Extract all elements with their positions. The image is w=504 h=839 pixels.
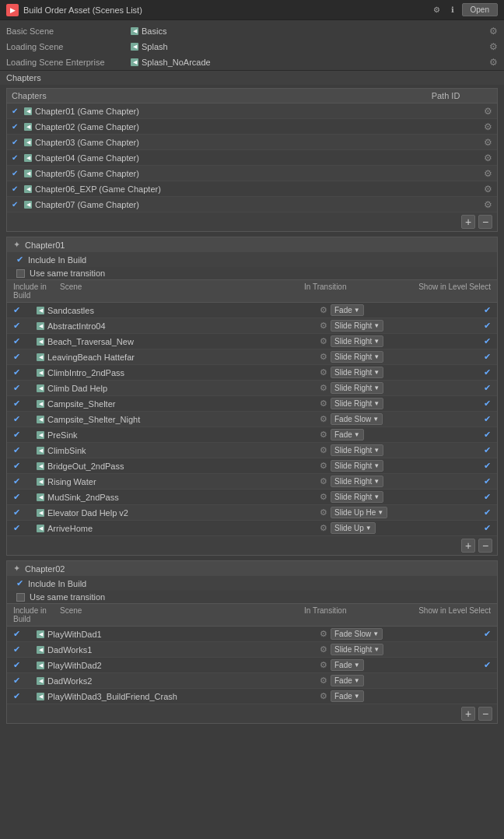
- transition-dropdown[interactable]: Slide Right ▼: [331, 491, 383, 503]
- basic-scene-gear[interactable]: ⚙: [489, 26, 498, 37]
- scene-row: ✔ ◀ArriveHome ⚙ Slide Up ▼ ✔: [7, 521, 497, 536]
- scene-name: ◀ClimbIntro_2ndPass: [37, 368, 320, 377]
- remove-chapter-button[interactable]: −: [478, 215, 492, 229]
- show-check: ✔: [484, 507, 491, 518]
- same-transition-checkbox[interactable]: [16, 269, 25, 278]
- transition-dropdown[interactable]: Slide Right ▼: [331, 335, 383, 347]
- transition-dropdown[interactable]: Fade ▼: [331, 304, 364, 316]
- transition-gear[interactable]: ⚙: [320, 629, 327, 639]
- transition-gear[interactable]: ⚙: [320, 523, 327, 533]
- chapter-gear[interactable]: ⚙: [484, 199, 492, 210]
- transition-gear[interactable]: ⚙: [320, 430, 327, 440]
- transition-dropdown[interactable]: Slide Right ▼: [331, 382, 383, 394]
- transition-dropdown[interactable]: Slide Right ▼: [331, 398, 383, 409]
- transition-gear[interactable]: ⚙: [320, 414, 327, 424]
- chapter-gear[interactable]: ⚙: [484, 106, 492, 117]
- scene-row: ✔ ◀Climb Dad Help ⚙ Slide Right ▼ ✔: [7, 381, 497, 396]
- transition-gear[interactable]: ⚙: [320, 507, 327, 518]
- transition-gear[interactable]: ⚙: [320, 398, 327, 409]
- transition-dropdown[interactable]: Slide Right ▼: [331, 444, 383, 456]
- same-transition-checkbox[interactable]: [16, 593, 25, 602]
- transition-dropdown[interactable]: Slide Right ▼: [331, 644, 383, 655]
- transition-dropdown[interactable]: Slide Right ▼: [331, 476, 383, 487]
- scene-file-icon: ◀: [37, 353, 44, 361]
- add-scene-button[interactable]: +: [461, 539, 475, 553]
- add-chapter-button[interactable]: +: [461, 215, 475, 229]
- scene-row: ✔ ◀AbstractIntro04 ⚙ Slide Right ▼ ✔: [7, 318, 497, 334]
- transition-dropdown[interactable]: Fade Slow ▼: [331, 628, 383, 640]
- add-scene2-button[interactable]: +: [461, 707, 475, 721]
- transition-dropdown[interactable]: Fade ▼: [331, 659, 364, 671]
- transition-gear[interactable]: ⚙: [320, 691, 327, 701]
- show-col: ✔: [413, 660, 491, 670]
- transition-col: ⚙ Slide Right ▼: [320, 476, 413, 487]
- scene-file-icon: ◀: [37, 307, 44, 314]
- include-check[interactable]: ✔: [16, 578, 23, 588]
- transition-dropdown[interactable]: Fade Slow ▼: [331, 413, 383, 425]
- remove-scene-button[interactable]: −: [478, 539, 492, 553]
- settings-icon[interactable]: ⚙: [431, 4, 443, 16]
- transition-gear[interactable]: ⚙: [320, 492, 327, 502]
- scene-file-icon: ◀: [37, 338, 44, 346]
- info-icon[interactable]: ℹ: [446, 4, 459, 16]
- transition-dropdown[interactable]: Fade ▼: [331, 429, 364, 441]
- chapter-gear[interactable]: ⚙: [484, 168, 492, 179]
- chapter-file-icon: ◀: [24, 185, 32, 193]
- transition-gear[interactable]: ⚙: [320, 367, 327, 377]
- transition-gear[interactable]: ⚙: [320, 660, 327, 670]
- open-button[interactable]: Open: [462, 3, 498, 16]
- transition-gear[interactable]: ⚙: [320, 305, 327, 315]
- table-row: ✔ ◀ Chapter03 (Game Chapter) ⚙: [7, 135, 497, 150]
- scene-file-icon: ◀: [37, 431, 44, 439]
- scene-file-icon: ◀: [37, 646, 44, 654]
- chapter-file-icon: ◀: [24, 139, 32, 146]
- transition-dropdown[interactable]: Slide Up He ▼: [331, 507, 387, 518]
- transition-gear[interactable]: ⚙: [320, 461, 327, 471]
- remove-scene2-button[interactable]: −: [478, 707, 492, 721]
- chapter-file-icon: ◀: [24, 123, 32, 131]
- chapter-gear[interactable]: ⚙: [484, 153, 492, 163]
- transition-dropdown[interactable]: Slide Right ▼: [331, 460, 383, 472]
- transition-dropdown[interactable]: Slide Right ▼: [331, 367, 383, 378]
- scene-name: ◀Campsite_Shelter: [37, 399, 320, 409]
- transition-gear[interactable]: ⚙: [320, 321, 327, 331]
- transition-dropdown[interactable]: Slide Right ▼: [331, 320, 383, 332]
- transition-gear[interactable]: ⚙: [320, 445, 327, 455]
- row-check: ✔: [13, 398, 20, 409]
- chapter02-block: ✦ Chapter02 ✔ Include In Build Use same …: [6, 560, 498, 724]
- loading-scene-gear[interactable]: ⚙: [489, 41, 498, 52]
- transition-gear[interactable]: ⚙: [320, 336, 327, 346]
- transition-dropdown[interactable]: Slide Right ▼: [331, 351, 383, 363]
- loading-scene-ent-gear[interactable]: ⚙: [489, 57, 498, 68]
- transition-gear[interactable]: ⚙: [320, 383, 327, 393]
- transition-gear[interactable]: ⚙: [320, 676, 327, 686]
- star-icon: ✦: [13, 240, 20, 250]
- include-check[interactable]: ✔: [16, 255, 23, 265]
- scene-row: ✔ ◀Campsite_Shelter_Night ⚙ Fade Slow ▼ …: [7, 412, 497, 427]
- check-icon: ✔: [12, 184, 24, 193]
- transition-dropdown[interactable]: Fade ▼: [331, 675, 364, 686]
- show-check: ✔: [484, 523, 491, 533]
- transition-dropdown[interactable]: Fade ▼: [331, 690, 364, 702]
- scene-name: ◀Rising Water: [37, 477, 320, 486]
- show-col: ✔: [413, 461, 491, 471]
- chapter01-scene-header: Include in Build Scene In Transition Sho…: [7, 279, 497, 303]
- scene-name: ◀Climb Dad Help: [37, 384, 320, 393]
- scene-row: ✔ ◀Campsite_Shelter ⚙ Slide Right ▼ ✔: [7, 396, 497, 412]
- chapter02-include-row: ✔ Include In Build: [7, 576, 497, 591]
- transition-gear[interactable]: ⚙: [320, 476, 327, 486]
- transition-gear[interactable]: ⚙: [320, 352, 327, 362]
- chapter-gear[interactable]: ⚙: [484, 121, 492, 132]
- transition-col: ⚙ Slide Right ▼: [320, 320, 413, 332]
- chapter-gear[interactable]: ⚙: [484, 137, 492, 148]
- transition-dropdown[interactable]: Slide Up ▼: [331, 522, 376, 534]
- row-check: ✔: [13, 321, 20, 331]
- basic-scene-row: Basic Scene ◀ Basics ⚙: [0, 23, 504, 39]
- row-check: ✔: [13, 691, 20, 701]
- transition-gear[interactable]: ⚙: [320, 644, 327, 655]
- show-col: ✔: [413, 383, 491, 393]
- col-transition-header: In Transition: [304, 283, 397, 300]
- check-icon: ✔: [12, 153, 24, 162]
- chapter01-block: ✦ Chapter01 ✔ Include In Build Use same …: [6, 237, 498, 556]
- chapter-gear[interactable]: ⚙: [484, 184, 492, 195]
